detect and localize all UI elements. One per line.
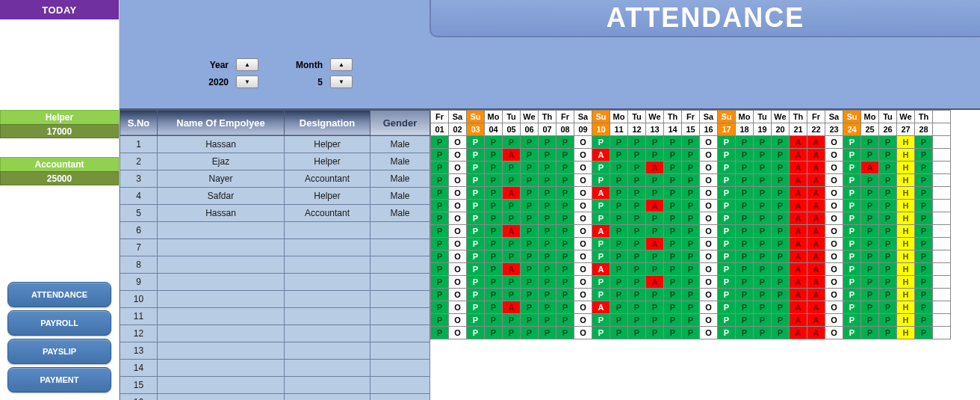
- cell-gender[interactable]: [370, 342, 430, 359]
- attendance-cell[interactable]: P: [628, 224, 646, 237]
- year-up-button[interactable]: ▲: [236, 58, 258, 71]
- attendance-cell[interactable]: P: [736, 262, 754, 275]
- day-number[interactable]: 25: [861, 123, 879, 135]
- attendance-cell[interactable]: A: [807, 301, 825, 313]
- attendance-cell[interactable]: O: [449, 275, 467, 288]
- attendance-cell[interactable]: P: [718, 161, 736, 173]
- attendance-cell[interactable]: A: [807, 135, 825, 148]
- day-weekday[interactable]: Tu: [503, 110, 521, 123]
- attendance-cell[interactable]: P: [664, 173, 682, 186]
- attendance-cell[interactable]: A: [790, 237, 807, 250]
- attendance-cell[interactable]: P: [503, 250, 521, 262]
- cell-gender[interactable]: [370, 256, 430, 273]
- attendance-cell[interactable]: O: [574, 173, 592, 186]
- attendance-cell[interactable]: P: [646, 148, 664, 161]
- day-number[interactable]: 24: [843, 123, 861, 135]
- attendance-cell[interactable]: P: [503, 326, 521, 339]
- attendance-cell[interactable]: P: [772, 135, 790, 148]
- attendance-cell[interactable]: P: [610, 135, 628, 148]
- cell-gender[interactable]: Male: [370, 135, 430, 153]
- attendance-cell[interactable]: P: [431, 161, 449, 173]
- day-weekday[interactable]: Sa: [449, 110, 467, 123]
- attendance-cell[interactable]: P: [503, 199, 521, 212]
- attendance-cell[interactable]: H: [897, 262, 915, 275]
- attendance-cell[interactable]: P: [556, 237, 574, 250]
- attendance-cell[interactable]: A: [790, 161, 807, 173]
- attendance-cell[interactable]: P: [718, 224, 736, 237]
- attendance-cell[interactable]: O: [574, 313, 592, 326]
- attendance-cell[interactable]: P: [664, 135, 682, 148]
- attendance-cell[interactable]: A: [503, 262, 521, 275]
- day-weekday[interactable]: Fr: [807, 110, 825, 123]
- attendance-cell[interactable]: P: [754, 161, 772, 173]
- attendance-cell[interactable]: [933, 135, 951, 148]
- attendance-cell[interactable]: P: [682, 301, 700, 313]
- day-number[interactable]: 22: [807, 123, 825, 135]
- attendance-cell[interactable]: O: [449, 326, 467, 339]
- cell-designation[interactable]: Accountant: [285, 204, 370, 221]
- cell-name[interactable]: [158, 273, 285, 290]
- attendance-cell[interactable]: P: [485, 148, 503, 161]
- attendance-cell[interactable]: P: [861, 288, 879, 301]
- day-number[interactable]: 19: [754, 123, 772, 135]
- attendance-cell[interactable]: P: [485, 135, 503, 148]
- attendance-cell[interactable]: O: [825, 224, 843, 237]
- attendance-cell[interactable]: P: [539, 224, 556, 237]
- attendance-cell[interactable]: A: [807, 288, 825, 301]
- attendance-cell[interactable]: P: [664, 326, 682, 339]
- attendance-cell[interactable]: P: [431, 301, 449, 313]
- attendance-cell[interactable]: P: [467, 212, 485, 224]
- attendance-cell[interactable]: P: [682, 275, 700, 288]
- attendance-cell[interactable]: P: [539, 262, 556, 275]
- attendance-cell[interactable]: P: [521, 224, 539, 237]
- attendance-cell[interactable]: P: [628, 135, 646, 148]
- attendance-cell[interactable]: P: [718, 199, 736, 212]
- attendance-cell[interactable]: P: [664, 237, 682, 250]
- attendance-cell[interactable]: P: [736, 237, 754, 250]
- day-number[interactable]: 04: [485, 123, 503, 135]
- attendance-cell[interactable]: P: [467, 326, 485, 339]
- attendance-cell[interactable]: A: [646, 161, 664, 173]
- attendance-cell[interactable]: O: [825, 161, 843, 173]
- attendance-cell[interactable]: P: [431, 173, 449, 186]
- cell-name[interactable]: [158, 359, 285, 376]
- attendance-cell[interactable]: P: [879, 313, 897, 326]
- table-row[interactable]: 3NayerAccountantMale: [120, 170, 430, 187]
- attendance-cell[interactable]: P: [539, 161, 556, 173]
- attendance-cell[interactable]: P: [485, 326, 503, 339]
- attendance-cell[interactable]: P: [592, 275, 610, 288]
- cell-sno[interactable]: 3: [120, 170, 158, 187]
- attendance-cell[interactable]: P: [539, 275, 556, 288]
- cell-designation[interactable]: [285, 273, 370, 290]
- attendance-cell[interactable]: P: [736, 161, 754, 173]
- cell-name[interactable]: Nayer: [158, 170, 285, 187]
- attendance-cell[interactable]: P: [879, 262, 897, 275]
- attendance-cell[interactable]: P: [879, 212, 897, 224]
- attendance-cell[interactable]: P: [646, 262, 664, 275]
- attendance-cell[interactable]: P: [467, 161, 485, 173]
- attendance-cell[interactable]: P: [754, 135, 772, 148]
- attendance-cell[interactable]: P: [628, 186, 646, 199]
- table-row[interactable]: 8: [120, 256, 430, 273]
- attendance-cell[interactable]: P: [556, 313, 574, 326]
- attendance-cell[interactable]: O: [449, 148, 467, 161]
- attendance-cell[interactable]: P: [754, 288, 772, 301]
- attendance-cell[interactable]: P: [915, 186, 933, 199]
- table-row[interactable]: 10: [120, 290, 430, 307]
- attendance-cell[interactable]: P: [503, 288, 521, 301]
- attendance-cell[interactable]: P: [915, 237, 933, 250]
- day-weekday[interactable]: We: [521, 110, 539, 123]
- attendance-cell[interactable]: P: [772, 326, 790, 339]
- attendance-cell[interactable]: P: [754, 326, 772, 339]
- cell-sno[interactable]: 7: [120, 239, 158, 256]
- attendance-cell[interactable]: A: [807, 161, 825, 173]
- cell-name[interactable]: [158, 290, 285, 307]
- attendance-cell[interactable]: P: [754, 173, 772, 186]
- attendance-cell[interactable]: P: [718, 186, 736, 199]
- attendance-cell[interactable]: P: [879, 237, 897, 250]
- attendance-cell[interactable]: P: [843, 148, 861, 161]
- attendance-cell[interactable]: O: [700, 186, 718, 199]
- attendance-cell[interactable]: O: [574, 148, 592, 161]
- attendance-cell[interactable]: O: [700, 212, 718, 224]
- attendance-cell[interactable]: P: [879, 135, 897, 148]
